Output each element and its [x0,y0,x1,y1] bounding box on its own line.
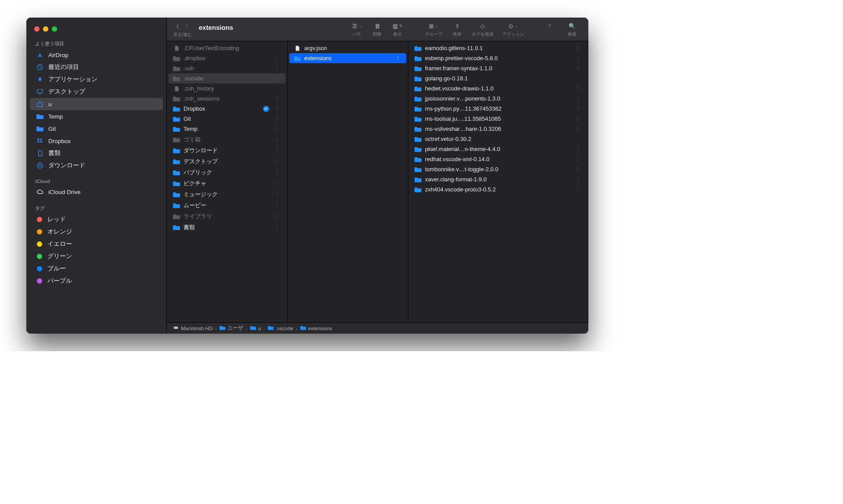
window-title: extensions [196,21,238,31]
chevron-right-icon: › [246,326,248,331]
file-icon [173,45,180,52]
item-label: framer.framer-syntax-1.1.0 [425,65,492,72]
folder-item[interactable]: extensions〉 [289,53,406,63]
sidebar-item-dropbox[interactable]: Dropbox [30,135,163,147]
sidebar-item-iclouddrive[interactable]: iCloud Drive [30,186,163,198]
folder-icon [250,325,256,331]
folder-item[interactable]: ダウンロード〉 [169,145,285,156]
folder-icon [294,55,301,62]
folder-icon [173,147,180,154]
folder-icon [414,105,422,112]
file-item[interactable]: .CFUserTextEncoding [169,43,285,53]
action-button[interactable]: ⊙⌄ アクション [498,21,529,37]
tag-dot-icon [37,278,42,284]
tag-button[interactable]: ◇ タグを追加 [467,21,498,37]
help-button[interactable]: ?⌄ [542,21,562,36]
chevron-right-icon: 〉 [577,126,582,132]
forward-button[interactable]: 〉 [185,23,191,31]
sidebar-item-airdrop[interactable]: AirDrop [30,49,163,61]
folder-item[interactable]: tombonnike.v…t-toggle-2.0.0〉 [410,164,586,174]
sidebar-item-recents[interactable]: 最近の項目 [30,61,163,73]
delete-button[interactable]: 🗑 削除 [367,21,387,37]
tag-item[interactable]: イエロー [30,238,163,250]
tag-item[interactable]: パープル [30,275,163,287]
downloads-icon [36,162,44,169]
folder-item[interactable]: hediet.vscode-drawio-1.1.0〉 [410,83,586,94]
chevron-right-icon: 〉 [276,126,281,132]
folder-item[interactable]: ミュージック〉 [169,189,285,200]
folder-icon [414,65,422,72]
folder-item[interactable]: ms-toolsai.ju….11.358541065〉 [410,114,586,124]
file-item[interactable]: argv.json [289,43,406,53]
sidebar-item-desktop[interactable]: デスクトップ [30,86,163,98]
tag-label: グリーン [47,252,72,260]
chevron-right-icon: 〉 [276,95,281,102]
folder-item[interactable]: ms-python.py…11.367453362〉 [410,104,586,114]
path-segment[interactable]: Macintosh HD [173,325,213,331]
item-label: 書類 [184,223,195,231]
search-button[interactable]: 🔍 検索 [562,21,582,37]
folder-item[interactable]: パブリック〉 [169,167,285,178]
folder-item[interactable]: redhat.vscode-xml-0.14.0〉 [410,154,586,164]
sidebar-item-temp[interactable]: Temp [30,110,163,122]
folder-item[interactable]: .dropbox〉 [169,53,285,63]
minimize-icon[interactable] [43,26,48,32]
sidebar-item-home[interactable]: u [30,98,163,110]
file-icon [294,45,301,52]
folder-item[interactable]: ライブラリ〉 [169,211,285,222]
zoom-icon[interactable] [52,26,57,32]
folder-icon [300,325,306,331]
folder-item[interactable]: 書類〉 [169,222,285,233]
folder-item[interactable]: .zsh_sessions〉 [169,94,285,104]
folder-item[interactable]: デスクトップ〉 [169,156,285,167]
folder-item[interactable]: eamodio.gitlens-11.0.1〉 [410,43,586,53]
folder-item[interactable]: ピクチャ〉 [169,178,285,189]
folder-item[interactable]: Dropbox⟳〉 [169,104,285,114]
sidebar-item-label: Git [48,126,56,132]
tag-label: レッド [47,216,66,223]
share-button[interactable]: ⇧ 共有 [447,21,467,37]
path-segment[interactable]: u [250,325,261,331]
close-icon[interactable] [34,26,40,32]
folder-item[interactable]: Git〉 [169,114,285,124]
folder-item[interactable]: xaver.clang-format-1.9.0〉 [410,174,586,184]
chevron-right-icon: 〉 [577,176,582,183]
tag-item[interactable]: グリーン [30,250,163,263]
sidebar-section-icloud: iCloud [26,176,166,186]
folder-item[interactable]: .ssh〉 [169,63,285,73]
back-button[interactable]: 〈 [173,23,179,31]
folder-item[interactable]: jpoissonnier.v…ponents-1.3.0〉 [410,94,586,104]
folder-item[interactable]: framer.framer-syntax-1.1.0〉 [410,63,586,73]
folder-icon [268,325,274,331]
path-button[interactable]: ☰⌄ パス [347,21,367,37]
dropbox-icon [36,137,44,145]
folder-icon [414,115,422,122]
folder-item[interactable]: ms-vsliveshar…hare-1.0.3206〉 [410,124,586,134]
folder-item[interactable]: Temp〉 [169,124,285,134]
chevron-right-icon: › [263,326,265,331]
sidebar-item-documents[interactable]: 書類 [30,147,163,159]
path-segment[interactable]: ユーザ [220,325,243,331]
sidebar-item-downloads[interactable]: ダウンロード [30,159,163,172]
folder-item[interactable]: octref.vetur-0.30.2 [410,134,586,144]
group-button[interactable]: ⊞⌄ グループ [421,21,447,37]
folder-item[interactable]: esbenp.prettier-vscode-5.8.0〉 [410,53,586,63]
folder-item[interactable]: golang.go-0.18.1 [410,73,586,83]
tag-item[interactable]: オレンジ [30,226,163,238]
airdrop-icon [36,51,44,59]
folder-item[interactable]: ムービー〉 [169,200,285,211]
sidebar-item-git[interactable]: Git [30,122,163,135]
folder-item[interactable]: pkief.material…n-theme-4.4.0〉 [410,144,586,154]
folder-item[interactable]: .vscode〉 [169,73,285,83]
folder-item[interactable]: zxh404.vscode-proto3-0.5.2〉 [410,184,586,194]
tag-item[interactable]: ブルー [30,263,163,275]
item-label: ms-python.py…11.367453362 [425,105,501,112]
view-button[interactable]: ▥⇅ 表示 [387,21,407,37]
folder-item[interactable]: ゴミ箱〉 [169,134,285,145]
chevron-right-icon: 〉 [577,115,582,122]
path-segment[interactable]: extensions [300,325,332,331]
sidebar-item-applications[interactable]: アプリケーション [30,73,163,86]
file-item[interactable]: .zsh_history [169,83,285,94]
tag-item[interactable]: レッド [30,213,163,226]
path-segment[interactable]: .vscode [268,325,293,331]
